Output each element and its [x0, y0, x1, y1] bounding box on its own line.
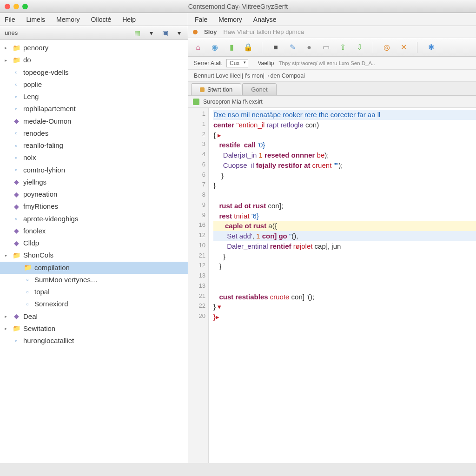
tree-item[interactable]: ▫rophllapartement [0, 103, 188, 115]
code-line[interactable]: rust ad ot rust con]; [213, 201, 476, 211]
tree-item[interactable]: ▫huronglocatalliet [0, 335, 188, 347]
tab-rest-labels[interactable]: Haw VlaFur tallon Hèp dpnrca [223, 28, 304, 35]
tree-item[interactable]: ▫topal [0, 286, 188, 298]
menu-item[interactable]: Fale [195, 16, 207, 23]
stop-icon[interactable]: ■ [271, 42, 281, 53]
code-line[interactable]: center "ention_il rapt retlogle con) [213, 120, 476, 130]
tree-item[interactable]: ▫Leng [0, 91, 188, 103]
disclosure-triangle-icon[interactable]: ▸ [5, 57, 9, 64]
minimize-window-button[interactable] [13, 4, 19, 9]
tree-item[interactable]: ▫renodes [0, 127, 188, 139]
code-line[interactable] [213, 271, 476, 282]
config-select[interactable]: Cux [226, 59, 248, 67]
code-editor[interactable]: 1123466789916121021121313212220 Dxe nso … [188, 108, 476, 463]
tree-item-label: aprote·videoghigs [23, 214, 78, 224]
close-window-button[interactable] [5, 4, 10, 9]
tab-main-label[interactable]: Sloy [204, 28, 217, 35]
tree-item[interactable]: ◆medale-Oumon [0, 115, 188, 127]
close-icon[interactable]: ✕ [398, 42, 409, 53]
tree-item[interactable]: ▫topeoge-vdells [0, 66, 188, 79]
code-line[interactable]: { ▸ [213, 130, 476, 140]
code-line[interactable]: restife call '0} [213, 140, 476, 150]
tree-item[interactable]: ▫aprote·videoghigs [0, 213, 188, 225]
file-icon: ▫ [23, 300, 32, 308]
code-area[interactable]: Dxe nso mil nenatäpe rooker rere the cor… [209, 108, 476, 463]
tree-item[interactable]: 📁compilation [0, 262, 188, 274]
code-line[interactable] [213, 191, 476, 201]
tree-item[interactable]: ▸📁penoory [0, 42, 188, 54]
file-path-text[interactable]: Suroopron Mia fNexsirt [203, 99, 263, 105]
menu-item[interactable]: File [5, 16, 15, 23]
code-line[interactable]: }▸ [213, 312, 476, 322]
globe-icon[interactable]: ◉ [210, 42, 220, 53]
save-icon[interactable]: ▣ [161, 29, 169, 37]
menu-item[interactable]: Analyse [253, 16, 277, 23]
file-tabs: Stwrt tlonGonet [188, 82, 476, 96]
code-line[interactable]: Set add', 1 con] go "(), [213, 231, 476, 241]
menu-item[interactable]: Limels [26, 16, 45, 23]
line-number: 4 [188, 150, 205, 160]
tree-item[interactable]: ▫poplie [0, 79, 188, 91]
dropdown-icon[interactable]: ▾ [147, 29, 155, 37]
code-line[interactable]: } [213, 180, 476, 191]
code-line[interactable]: cust restiables cruote con] '(); [213, 292, 476, 302]
tree-item[interactable]: ◆fmyRtiones [0, 200, 188, 212]
monitor-icon[interactable]: ▭ [321, 42, 331, 53]
tree-item[interactable]: ▸📁do [0, 54, 188, 66]
purple-icon: ◆ [12, 203, 20, 210]
code-line[interactable]: } [213, 171, 476, 181]
file-tab[interactable]: Gonet [242, 83, 276, 95]
disclosure-triangle-icon[interactable]: ▾ [5, 252, 9, 259]
code-line[interactable]: } ▾ [213, 302, 476, 312]
disclosure-triangle-icon[interactable]: ▸ [5, 325, 9, 332]
new-file-icon[interactable]: ▦ [133, 29, 141, 37]
line-number: 10 [188, 241, 205, 251]
menu-item[interactable]: Ollocté [91, 16, 112, 23]
tree-item[interactable]: ◆poyneation [0, 188, 188, 200]
file-tab[interactable]: Stwrt tlon [191, 83, 241, 95]
record-icon[interactable]: ● [304, 42, 314, 53]
zoom-window-button[interactable] [22, 4, 28, 9]
menu-item[interactable]: Help [122, 16, 136, 23]
file-tree[interactable]: ▸📁penoory▸📁do▫topeoge-vdells▫poplie▫Leng… [0, 40, 188, 463]
tree-item[interactable]: ◆fonolex [0, 225, 188, 237]
disclosure-triangle-icon[interactable]: ▸ [5, 45, 9, 51]
code-line[interactable]: caple ot rust a({ [213, 221, 476, 231]
tree-item[interactable]: ▫reanllo-faling [0, 139, 188, 152]
menu-item[interactable]: Memory [56, 16, 80, 23]
disclosure-triangle-icon[interactable]: ▸ [5, 313, 9, 320]
code-line[interactable]: } [213, 261, 476, 271]
code-line[interactable]: Dxe nso mil nenatäpe rooker rere the cor… [213, 110, 476, 120]
breadcrumb-text[interactable]: Bennurt Love lileel| l's mon|→den Compoa… [194, 73, 305, 79]
download-icon[interactable]: ⇩ [354, 42, 364, 53]
code-line[interactable]: Cuopse_il føjally restifor at cruent "")… [213, 160, 476, 171]
tree-item[interactable]: ▫Sornexiord [0, 298, 188, 310]
tree-item[interactable]: ▸📁Sewitation [0, 323, 188, 335]
document-tab-strip: Sloy Haw VlaFur tallon Hèp dpnrca [188, 26, 476, 38]
tree-item[interactable]: ◆yiellngs [0, 176, 188, 188]
left-header-title: unes [5, 29, 18, 36]
tree-item-label: fonolex [23, 226, 46, 236]
tree-item[interactable]: ▫comtro-lyhion [0, 164, 188, 176]
book-icon[interactable]: ▮ [226, 42, 237, 53]
edit-icon[interactable]: ✎ [287, 42, 298, 53]
menu-item[interactable]: Memory [218, 16, 242, 23]
line-number: 7 [188, 180, 205, 191]
dropdown2-icon[interactable]: ▾ [175, 29, 183, 37]
tree-item-label: do [23, 55, 31, 65]
code-line[interactable]: Dalerjøt_in 1 reseted onnner be); [213, 150, 476, 160]
code-line[interactable] [213, 282, 476, 292]
target-icon[interactable]: ◎ [382, 42, 392, 53]
tree-item[interactable]: ▸◆Deal [0, 311, 188, 323]
tree-item[interactable]: ◆Clldp [0, 237, 188, 249]
home-icon[interactable]: ⌂ [193, 42, 203, 53]
lock-icon[interactable]: 🔒 [243, 42, 253, 53]
tree-item[interactable]: ▾📁ShonCols [0, 249, 188, 261]
star-icon[interactable]: ✱ [426, 42, 436, 53]
tree-item[interactable]: ▫nolx [0, 152, 188, 164]
code-line[interactable]: } [213, 251, 476, 262]
code-line[interactable]: Daler_entinal rentief røjolet cap], jun [213, 241, 476, 251]
code-line[interactable]: rest tnriat '6} [213, 211, 476, 221]
tree-item[interactable]: ▫SumMoo vertynes… [0, 274, 188, 286]
upload-icon[interactable]: ⇧ [337, 42, 348, 53]
